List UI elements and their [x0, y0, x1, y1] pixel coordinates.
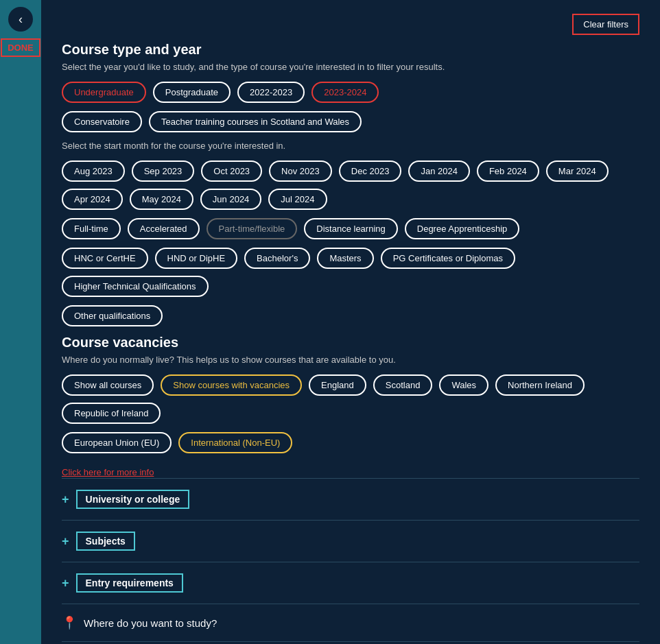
expandable-label: Entry requirements	[76, 573, 183, 593]
plus-icon: +	[62, 534, 69, 549]
plus-icon: +	[62, 576, 69, 591]
expandable-sections: +University or college+Subjects+Entry re…	[62, 478, 639, 644]
pill-postgraduate[interactable]: Postgraduate	[153, 82, 231, 103]
month-pills: Aug 2023Sep 2023Oct 2023Nov 2023Dec 2023…	[62, 160, 639, 210]
expandable-label: Subjects	[76, 532, 135, 551]
pill-other-qualifications[interactable]: Other qualifications	[62, 305, 163, 326]
main-content: Clear filters Course type and year Selec…	[41, 0, 660, 644]
pill-2022-2023[interactable]: 2022-2023	[237, 82, 305, 103]
back-button[interactable]: ‹	[8, 7, 33, 32]
pill-conservatoire[interactable]: Conservatoire	[62, 111, 142, 132]
pill-accelerated[interactable]: Accelerated	[128, 218, 200, 239]
pill-degree-apprenticeship[interactable]: Degree Apprenticeship	[405, 218, 520, 239]
pill-bachelors[interactable]: Bachelor's	[244, 248, 310, 269]
pill-higher-technical-qualifications[interactable]: Higher Technical Qualifications	[62, 276, 209, 297]
pill-scotland[interactable]: Scotland	[373, 374, 433, 396]
vacancy-section: Course vacancies Where do you normally l…	[62, 335, 639, 478]
pill-hnd-or-diphe[interactable]: HND or DipHE	[155, 248, 238, 269]
mode-pills: Full-timeAcceleratedPart-time/flexibleDi…	[62, 218, 639, 239]
expandable-university-or-college: +University or college	[62, 478, 639, 520]
pill-distance-learning[interactable]: Distance learning	[304, 218, 397, 239]
pill-mar-2024[interactable]: Mar 2024	[546, 160, 609, 182]
plus-icon: +	[62, 492, 69, 507]
pill-hnc-or-certhe[interactable]: HNC or CertHE	[62, 248, 148, 269]
pill-apr-2024[interactable]: Apr 2024	[62, 189, 123, 210]
pill-england[interactable]: England	[309, 374, 366, 396]
vacancy-title: Course vacancies	[62, 335, 639, 350]
extra-pills: ConservatoireTeacher training courses in…	[62, 111, 639, 132]
vacancy-pills2: European Union (EU)International (Non-EU…	[62, 432, 639, 453]
pill-masters[interactable]: Masters	[317, 248, 373, 269]
pill-undergraduate[interactable]: Undergraduate	[62, 82, 146, 103]
course-type-pills: UndergraduatePostgraduate2022-20232023-2…	[62, 82, 639, 103]
pill-show-courses-with-vacancies[interactable]: Show courses with vacancies	[161, 374, 302, 396]
pill-dec-2023[interactable]: Dec 2023	[339, 160, 402, 182]
pill-2023-2024[interactable]: 2023-2024	[311, 82, 379, 103]
expandable-how-far-do-you-want-to-travel: ⊘How far do you want to travel?	[62, 641, 639, 644]
pill-aug-2023[interactable]: Aug 2023	[62, 160, 125, 182]
location-icon: 📍	[62, 615, 77, 630]
done-button[interactable]: DONE	[1, 38, 40, 57]
pill-international-non-eu[interactable]: International (Non-EU)	[178, 432, 292, 453]
expandable-subjects: +Subjects	[62, 520, 639, 562]
pill-teacher-training-courses-in-scotland-and-wales[interactable]: Teacher training courses in Scotland and…	[149, 111, 362, 132]
pill-show-all-courses[interactable]: Show all courses	[62, 374, 154, 396]
pill-northern-ireland[interactable]: Northern Ireland	[495, 374, 585, 396]
click-more-info-link[interactable]: Click here for more info	[62, 467, 154, 477]
qual-pills: HNC or CertHEHND or DipHEBachelor'sMaste…	[62, 248, 639, 297]
pill-sep-2023[interactable]: Sep 2023	[132, 160, 195, 182]
pill-full-time[interactable]: Full-time	[62, 218, 121, 239]
vacancy-pills: Show all coursesShow courses with vacanc…	[62, 374, 639, 424]
back-icon: ‹	[19, 12, 23, 27]
pill-nov-2023[interactable]: Nov 2023	[269, 160, 332, 182]
pill-jul-2024[interactable]: Jul 2024	[268, 189, 327, 210]
pill-republic-of-ireland[interactable]: Republic of Ireland	[62, 403, 161, 424]
course-type-title: Course type and year	[62, 42, 639, 58]
pill-european-union-eu[interactable]: European Union (EU)	[62, 432, 172, 453]
expandable-label: University or college	[76, 490, 190, 509]
pill-pg-certificates-or-diplomas[interactable]: PG Certificates or Diplomas	[381, 248, 515, 269]
pill-oct-2023[interactable]: Oct 2023	[201, 160, 262, 182]
pill-jun-2024[interactable]: Jun 2024	[200, 189, 262, 210]
pill-jan-2024[interactable]: Jan 2024	[408, 160, 470, 182]
pill-part-timeflexible[interactable]: Part-time/flexible	[207, 218, 298, 239]
clear-filters-button[interactable]: Clear filters	[572, 14, 639, 35]
vacancy-subtitle: Where do you normally live? This helps u…	[62, 355, 639, 365]
sidebar: ‹ DONE	[0, 0, 41, 644]
month-subtitle: Select the start month for the course yo…	[62, 141, 639, 151]
expandable-label: Where do you want to study?	[84, 617, 217, 629]
pill-feb-2024[interactable]: Feb 2024	[477, 160, 539, 182]
pill-wales[interactable]: Wales	[439, 374, 488, 396]
course-type-section: Course type and year Select the year you…	[62, 42, 639, 326]
qual-pills2: Other qualifications	[62, 305, 639, 326]
course-type-subtitle: Select the year you'd like to study, and…	[62, 62, 639, 72]
top-bar: Clear filters	[62, 14, 639, 35]
expandable-where-do-you-want-to-study: 📍Where do you want to study?	[62, 604, 639, 641]
pill-may-2024[interactable]: May 2024	[130, 189, 193, 210]
expandable-entry-requirements: +Entry requirements	[62, 562, 639, 604]
